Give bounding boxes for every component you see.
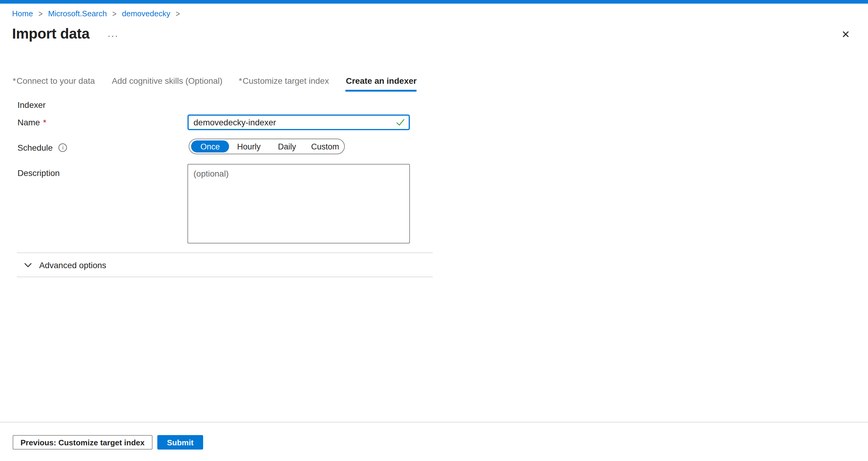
import-data-page: Home > Microsoft.Search > demovedecky > …: [0, 0, 868, 461]
info-icon[interactable]: i: [59, 144, 67, 152]
description-label-text: Description: [18, 167, 60, 178]
divider: [17, 252, 433, 253]
required-marker: *: [239, 76, 242, 86]
close-icon[interactable]: ✕: [839, 28, 852, 41]
tab-create-an-indexer[interactable]: Create an indexer: [345, 75, 416, 92]
schedule-field-label: Schedule i: [18, 142, 67, 153]
chevron-right-icon: >: [38, 7, 42, 20]
name-field: [187, 115, 410, 130]
schedule-option-custom[interactable]: Custom: [306, 139, 344, 154]
tab-customize-target-index[interactable]: *Customize target index: [239, 75, 329, 92]
indexer-name-input[interactable]: [187, 115, 410, 130]
tab-label: Customize target index: [243, 76, 329, 86]
description-field-label: Description: [18, 167, 60, 178]
schedule-option-hourly[interactable]: Hourly: [230, 139, 268, 154]
chevron-right-icon: >: [113, 7, 117, 20]
tab-label: Add cognitive skills (Optional): [112, 76, 222, 86]
chevron-down-icon: [24, 263, 32, 268]
top-accent-bar: [0, 0, 868, 4]
breadcrumb-link-home[interactable]: Home: [12, 8, 33, 19]
advanced-options-toggle[interactable]: Advanced options: [24, 259, 106, 271]
name-label-text: Name: [18, 117, 40, 128]
breadcrumb-link-microsoft-search[interactable]: Microsoft.Search: [48, 8, 107, 19]
schedule-segmented-control: Once Hourly Daily Custom: [189, 139, 345, 154]
description-textarea[interactable]: [187, 164, 410, 243]
advanced-options-label: Advanced options: [39, 260, 106, 270]
tab-label: Connect to your data: [17, 76, 95, 86]
required-marker: *: [13, 76, 16, 86]
more-options-icon[interactable]: ···: [107, 27, 119, 40]
tab-label: Create an indexer: [346, 76, 416, 86]
submit-button[interactable]: Submit: [157, 435, 203, 450]
required-asterisk: *: [43, 117, 46, 128]
breadcrumb-link-demovedecky[interactable]: demovedecky: [122, 8, 170, 19]
chevron-right-icon: >: [176, 7, 180, 20]
schedule-option-daily[interactable]: Daily: [268, 139, 306, 154]
breadcrumb: Home > Microsoft.Search > demovedecky >: [12, 8, 180, 19]
tab-add-cognitive-skills[interactable]: Add cognitive skills (Optional): [111, 75, 222, 92]
valid-check-icon: [396, 119, 405, 126]
section-label-indexer: Indexer: [18, 99, 45, 110]
name-field-label: Name *: [18, 117, 46, 128]
divider: [17, 277, 433, 277]
schedule-option-once[interactable]: Once: [191, 141, 229, 152]
schedule-label-text: Schedule: [18, 142, 53, 153]
wizard-tabs: *Connect to your data Add cognitive skil…: [13, 75, 416, 92]
previous-step-button[interactable]: Previous: Customize target index: [13, 435, 153, 450]
page-title: Import data: [12, 25, 90, 42]
tab-connect-to-your-data[interactable]: *Connect to your data: [13, 75, 95, 92]
footer-divider: [0, 422, 868, 423]
title-row: Import data ···: [12, 24, 119, 43]
